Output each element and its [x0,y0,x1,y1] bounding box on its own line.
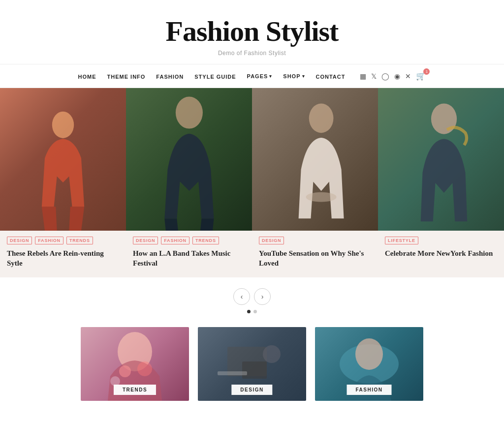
tag-design[interactable]: DESIGN [7,237,32,244]
svg-rect-10 [242,361,267,379]
nav-item-contact[interactable]: CONTACT [316,72,346,81]
card-2-image [126,88,252,231]
tag-trends[interactable]: TRENDS [66,237,93,244]
dot-1[interactable] [247,310,251,313]
twitter-icon[interactable]: 𝕏 [371,72,377,80]
person-silhouette-2 [139,95,240,231]
nav-links: HOME THEME INFO FASHION STYLE GUIDE PAGE… [78,72,346,81]
chevron-down-icon-shop: ▾ [302,74,305,79]
nav-link-home[interactable]: HOME [78,74,96,80]
card-3-tags: DESIGN [259,237,371,244]
pagination: ‹ › [0,277,504,327]
nav-link-contact[interactable]: CONTACT [316,74,346,80]
bottom-card-fashion-label: FASHION [347,385,392,395]
chevron-down-icon: ▾ [269,74,272,79]
instagram-icon[interactable]: ◯ [381,72,389,80]
site-subtitle: Demo of Fashion Stylist [10,50,494,57]
card-1-tags: DESIGN FASHION TRENDS [7,237,119,244]
card-1-image [0,88,126,231]
bottom-card-design-label: DESIGN [231,385,272,395]
tag-fashion[interactable]: FASHION [35,237,63,244]
nav-item-theme-info[interactable]: THEME INFO [107,72,146,81]
tag-trends-2[interactable]: TRENDS [192,237,219,244]
svg-point-3 [306,192,337,202]
card-2-tags: DESIGN FASHION TRENDS [133,237,245,244]
svg-point-1 [175,96,202,128]
card-1-title[interactable]: These Rebels Are Rein-venting Sytle [7,248,119,269]
nav-link-pages[interactable]: PAGES ▾ [247,73,273,79]
card-3: DESIGN YouTube Sensation on Why She's Lo… [252,88,378,277]
svg-point-7 [137,361,152,376]
card-1: DESIGN FASHION TRENDS These Rebels Are R… [0,88,126,277]
card-3-content: DESIGN YouTube Sensation on Why She's Lo… [252,231,378,277]
shop-dropdown: SHOP ▾ [283,73,305,79]
person-silhouette-1 [25,110,101,231]
card-1-content: DESIGN FASHION TRENDS These Rebels Are R… [0,231,126,277]
facebook-icon[interactable]: ▦ [360,72,366,80]
social-icons: ▦ 𝕏 ◯ ◉ ✕ 🛒 1 [360,71,426,81]
nav-link-shop[interactable]: SHOP ▾ [283,73,305,79]
bottom-card-fashion[interactable]: FASHION [315,327,423,401]
person-silhouette-3 [277,102,365,231]
tag-fashion-2[interactable]: FASHION [161,237,189,244]
nav-item-home[interactable]: HOME [78,72,96,81]
featured-cards: DESIGN FASHION TRENDS These Rebels Are R… [0,88,504,277]
main-nav: HOME THEME INFO FASHION STYLE GUIDE PAGE… [0,64,504,88]
card-4-content: LIFESTYLE Celebrate More NewYork Fashion [378,231,504,267]
cart-badge: 1 [423,68,430,75]
svg-point-2 [309,103,334,133]
nav-item-fashion[interactable]: FASHION [156,72,184,81]
svg-point-4 [431,103,457,134]
card-4-tags: LIFESTYLE [385,237,497,244]
card-2: DESIGN FASHION TRENDS How an L.A Band Ta… [126,88,252,277]
x-icon[interactable]: ✕ [405,72,411,80]
dot-2[interactable] [253,310,257,313]
next-button[interactable]: › [254,288,271,305]
nav-link-style-guide[interactable]: STYLE GUIDE [194,74,236,80]
tag-design-3[interactable]: DESIGN [259,237,284,244]
svg-point-11 [263,345,281,363]
pinterest-icon[interactable]: ◉ [394,72,400,80]
bottom-card-design[interactable]: DESIGN [198,327,306,401]
card-4-title[interactable]: Celebrate More NewYork Fashion [385,248,497,258]
card-2-content: DESIGN FASHION TRENDS How an L.A Band Ta… [126,231,252,277]
bottom-card-trends[interactable]: TRENDS [81,327,189,401]
card-3-title[interactable]: YouTube Sensation on Why She's Loved [259,248,371,269]
pagination-arrows: ‹ › [233,288,271,305]
card-4-image [378,88,504,231]
pages-dropdown: PAGES ▾ [247,73,273,79]
svg-point-14 [355,338,383,370]
card-3-image [252,88,378,231]
card-4: LIFESTYLE Celebrate More NewYork Fashion [378,88,504,277]
nav-item-pages[interactable]: PAGES ▾ [247,73,273,79]
bottom-cards: TRENDS DESIGN FASHION [0,327,504,421]
tag-lifestyle[interactable]: LIFESTYLE [385,237,418,244]
svg-point-6 [119,365,131,377]
cart-icon[interactable]: 🛒 1 [416,71,426,81]
bottom-card-trends-label: TRENDS [114,385,156,395]
svg-rect-12 [218,371,247,375]
tag-design-2[interactable]: DESIGN [133,237,158,244]
site-title: Fashion Stylist [10,15,494,48]
pagination-dots [247,310,257,313]
nav-item-style-guide[interactable]: STYLE GUIDE [194,72,236,81]
card-2-title[interactable]: How an L.A Band Takes Music Festival [133,248,245,269]
site-header: Fashion Stylist Demo of Fashion Stylist [0,0,504,64]
nav-link-fashion[interactable]: FASHION [156,74,184,80]
prev-button[interactable]: ‹ [233,288,250,305]
nav-item-shop[interactable]: SHOP ▾ [283,73,305,79]
person-silhouette-4 [397,102,491,231]
nav-link-theme-info[interactable]: THEME INFO [107,74,146,80]
svg-point-0 [52,111,74,138]
